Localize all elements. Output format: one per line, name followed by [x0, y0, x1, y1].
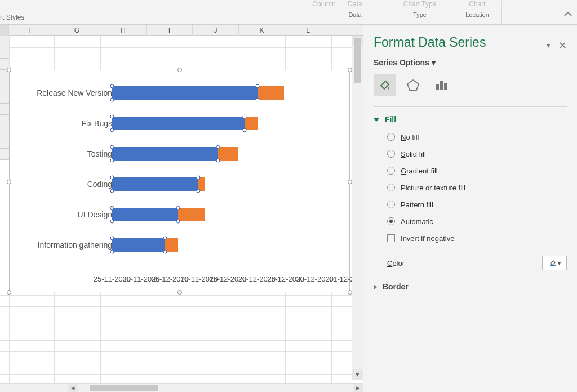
- data-point-handle[interactable]: [110, 98, 114, 102]
- svg-marker-0: [407, 80, 419, 90]
- border-section: Border: [374, 274, 567, 291]
- ribbon-btn-data[interactable]: Data Data: [341, 0, 369, 25]
- col-header[interactable]: I: [147, 25, 193, 36]
- data-point-handle[interactable]: [110, 206, 114, 210]
- plot-area[interactable]: Release New VersionFix BugsTestingCoding…: [16, 78, 343, 271]
- resize-handle[interactable]: [7, 68, 11, 72]
- close-icon[interactable]: ✕: [558, 39, 567, 52]
- tab-effects-icon[interactable]: [402, 74, 424, 96]
- color-label: Color: [387, 259, 405, 268]
- ribbon-btn-chart-location[interactable]: Chart Location: [458, 0, 497, 25]
- vertical-scrollbar[interactable]: ▴ ▾: [352, 36, 363, 380]
- data-point-handle[interactable]: [196, 176, 200, 180]
- category-label[interactable]: Coding: [16, 180, 112, 189]
- scroll-right-icon[interactable]: ▸: [353, 384, 363, 392]
- category-label[interactable]: Information gathering: [16, 240, 112, 250]
- scroll-down-icon[interactable]: ▾: [352, 369, 363, 380]
- col-header[interactable]: J: [193, 25, 239, 36]
- scroll-left-icon[interactable]: ◂: [68, 384, 78, 392]
- col-header[interactable]: K: [239, 25, 285, 36]
- select-all-triangle[interactable]: [0, 25, 9, 36]
- data-point-handle[interactable]: [110, 237, 114, 240]
- data-point-handle[interactable]: [110, 159, 114, 163]
- fill-section-header[interactable]: Fill: [374, 115, 567, 124]
- radio-pattern-fill[interactable]: Pattern fill: [387, 197, 567, 212]
- bar-series1[interactable]: [112, 177, 198, 191]
- category-label[interactable]: Testing: [16, 149, 112, 158]
- pane-options-icon[interactable]: ▾: [547, 41, 551, 50]
- bar-series2[interactable]: [218, 147, 238, 161]
- resize-handle[interactable]: [7, 290, 11, 295]
- chart-row: Release New Version: [16, 82, 343, 106]
- color-picker-button[interactable]: ▾: [542, 256, 567, 270]
- radio-no-fill[interactable]: No fill: [387, 130, 567, 144]
- data-point-handle[interactable]: [256, 98, 260, 102]
- data-point-handle[interactable]: [163, 250, 167, 254]
- data-point-handle[interactable]: [242, 128, 246, 132]
- bar-series1[interactable]: [112, 147, 218, 161]
- chart-row: Testing: [16, 142, 343, 167]
- data-point-handle[interactable]: [110, 176, 114, 180]
- scrollbar-thumb[interactable]: [90, 385, 158, 391]
- worksheet[interactable]: Release New VersionFix BugsTestingCoding…: [0, 36, 363, 383]
- bar-series1[interactable]: [112, 117, 245, 130]
- radio-solid-fill[interactable]: Solid fill: [387, 146, 567, 161]
- bar-series1[interactable]: [112, 238, 165, 252]
- ribbon-btn-chart-type[interactable]: Chart Type Type: [397, 0, 442, 25]
- x-axis[interactable]: 25-11-202030-11-202005-12-202010-12-2020…: [112, 275, 343, 286]
- data-point-handle[interactable]: [110, 115, 114, 119]
- data-point-handle[interactable]: [216, 145, 220, 149]
- checkbox-invert-negative[interactable]: Invert if negative: [387, 231, 567, 246]
- data-point-handle[interactable]: [110, 189, 114, 193]
- data-point-handle[interactable]: [176, 220, 180, 224]
- horizontal-scrollbar[interactable]: ◂ ▸: [0, 383, 363, 392]
- radio-picture-fill[interactable]: Picture or texture fill: [387, 180, 567, 195]
- data-point-handle[interactable]: [110, 128, 114, 132]
- ribbon-sep: [501, 1, 502, 24]
- ribbon-group-chart-styles: rt Styles: [0, 14, 24, 21]
- resize-handle[interactable]: [177, 290, 182, 295]
- category-label[interactable]: UI Design: [16, 210, 112, 219]
- ribbon-btn-column[interactable]: Column: [307, 0, 341, 25]
- resize-handle[interactable]: [177, 68, 182, 72]
- format-pane: Format Data Series ▾ ✕ Series Options▾ F…: [363, 25, 577, 392]
- chart-row: Fix Bugs: [16, 112, 343, 137]
- border-section-header[interactable]: Border: [374, 282, 567, 291]
- svg-rect-2: [440, 81, 443, 90]
- chart-object[interactable]: Release New VersionFix BugsTestingCoding…: [9, 70, 350, 292]
- radio-automatic[interactable]: Automatic: [387, 214, 567, 229]
- series-options-dropdown[interactable]: Series Options▾: [374, 58, 567, 67]
- ribbon-collapse-icon[interactable]: [563, 10, 572, 21]
- data-point-handle[interactable]: [176, 206, 180, 210]
- radio-gradient-fill[interactable]: Gradient fill: [387, 163, 567, 178]
- bar-series1[interactable]: [112, 86, 258, 100]
- data-point-handle[interactable]: [196, 189, 200, 193]
- data-point-handle[interactable]: [110, 145, 114, 149]
- bar-series2[interactable]: [245, 117, 258, 130]
- col-header[interactable]: H: [100, 25, 147, 36]
- data-point-handle[interactable]: [216, 159, 220, 163]
- data-point-handle[interactable]: [242, 115, 246, 119]
- col-header[interactable]: L: [285, 25, 331, 36]
- col-header[interactable]: F: [9, 25, 54, 36]
- category-label[interactable]: Fix Bugs: [16, 119, 112, 128]
- resize-handle[interactable]: [7, 180, 11, 184]
- col-header[interactable]: G: [54, 25, 100, 36]
- pane-title: Format Data Series: [374, 35, 486, 50]
- bar-series1[interactable]: [112, 208, 178, 221]
- column-headers: F G H I J K L: [0, 25, 363, 36]
- bar-series2[interactable]: [258, 86, 284, 100]
- chart-row: Information gathering: [16, 234, 343, 259]
- chevron-right-icon: [374, 284, 377, 290]
- scrollbar-thumb[interactable]: [354, 38, 361, 83]
- bar-series2[interactable]: [165, 238, 178, 252]
- data-point-handle[interactable]: [110, 220, 114, 224]
- data-point-handle[interactable]: [256, 84, 260, 88]
- bar-series2[interactable]: [178, 208, 205, 221]
- tab-fill-line-icon[interactable]: [374, 74, 396, 96]
- tab-series-options-icon[interactable]: [430, 74, 452, 96]
- category-label[interactable]: Release New Version: [16, 88, 112, 97]
- data-point-handle[interactable]: [110, 250, 114, 254]
- data-point-handle[interactable]: [163, 237, 167, 240]
- data-point-handle[interactable]: [110, 84, 114, 88]
